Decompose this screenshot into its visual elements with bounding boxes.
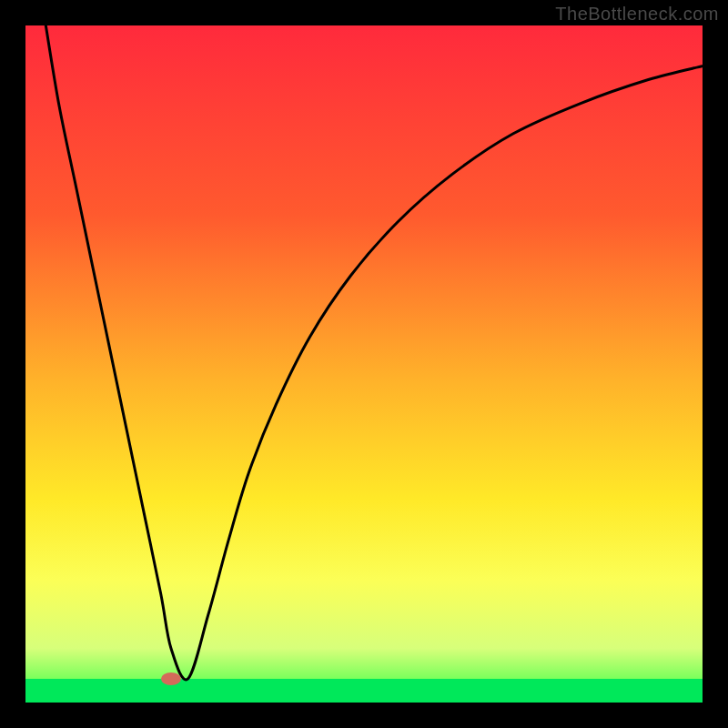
- bottleneck-chart: [0, 0, 728, 728]
- chart-container: TheBottleneck.com: [0, 0, 728, 728]
- watermark-text: TheBottleneck.com: [555, 4, 719, 25]
- green-band: [25, 679, 703, 703]
- optimum-marker: [161, 672, 181, 685]
- plot-background: [25, 25, 703, 703]
